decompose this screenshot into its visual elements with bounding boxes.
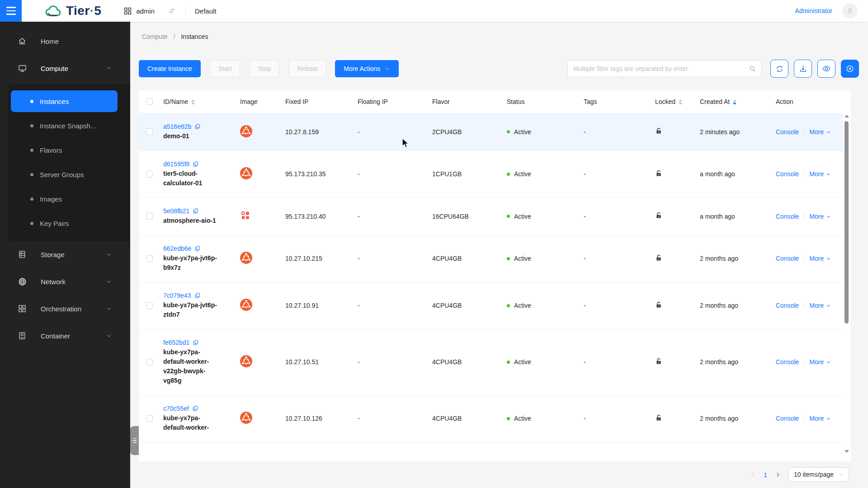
console-link[interactable]: Console (776, 415, 799, 422)
more-link[interactable]: More (809, 302, 824, 309)
refresh-button[interactable] (770, 60, 788, 78)
prev-page-icon[interactable] (750, 472, 756, 478)
instance-id-link[interactable]: a516e62b (163, 123, 191, 130)
scrollbar-thumb[interactable] (844, 121, 849, 324)
row-checkbox[interactable] (146, 415, 153, 422)
tags-cell: - (580, 329, 651, 395)
console-link[interactable]: Console (776, 170, 799, 178)
scroll-up-arrow-icon[interactable] (844, 115, 849, 117)
scroll-down-arrow-icon[interactable] (844, 450, 849, 453)
more-link[interactable]: More (809, 255, 824, 262)
instance-id-link[interactable]: 5e08fb21 (163, 207, 189, 215)
column-header-locked[interactable]: Locked (651, 90, 696, 113)
page-number[interactable]: 1 (764, 471, 767, 479)
row-checkbox[interactable] (146, 359, 153, 366)
visibility-button[interactable] (817, 60, 835, 78)
sidebar-item-instance-snapsh-[interactable]: Instance Snapsh… (11, 115, 118, 136)
console-link[interactable]: Console (776, 213, 799, 220)
more-link[interactable]: More (809, 170, 824, 178)
console-link[interactable]: Console (776, 358, 799, 366)
sidebar-item-container[interactable]: Container (0, 324, 130, 347)
next-page-icon[interactable] (775, 472, 781, 478)
sidebar-item-compute[interactable]: Compute (0, 57, 130, 80)
sort-carets-icon[interactable] (733, 99, 736, 105)
switch-project-icon[interactable] (167, 6, 176, 15)
copy-icon[interactable] (193, 161, 199, 167)
more-link[interactable]: More (809, 128, 824, 136)
console-link[interactable]: Console (776, 255, 799, 262)
more-actions-button[interactable]: More Actions (335, 60, 399, 77)
sidebar-item-orchestration[interactable]: Orchestration (0, 297, 130, 320)
column-header-image: Image (236, 90, 282, 113)
sidebar-item-server-groups[interactable]: Server Groups (11, 164, 118, 185)
auto-refresh-pause-button[interactable] (841, 60, 859, 78)
table-scrollbar[interactable] (844, 114, 849, 458)
sidebar-item-home[interactable]: Home (0, 30, 130, 52)
start-button[interactable]: Start (210, 60, 241, 77)
status-dot-icon (507, 361, 510, 364)
reboot-button[interactable]: Reboot (288, 60, 326, 77)
breadcrumb-compute[interactable]: Compute (142, 33, 168, 40)
menu-toggle-button[interactable] (0, 0, 22, 22)
project-switcher[interactable]: admin (124, 7, 155, 15)
brand-logo[interactable]: Tier·5 (44, 4, 101, 18)
action-divider (804, 129, 804, 135)
row-checkbox[interactable] (146, 171, 153, 178)
select-all-checkbox[interactable] (146, 98, 153, 105)
created-at-cell: 2 minutes ago (696, 113, 772, 150)
unlock-icon (655, 301, 662, 309)
copy-icon[interactable] (194, 245, 201, 252)
sidebar-item-instances[interactable]: Instances (11, 90, 118, 112)
filter-input[interactable] (568, 61, 761, 77)
avatar[interactable] (842, 3, 858, 19)
download-button[interactable] (794, 60, 812, 78)
sort-carets-icon[interactable] (191, 99, 195, 105)
table-header-row: ID/NameImageFixed IPFloating IPFlavorSta… (139, 90, 843, 113)
page-size-select[interactable]: 10 items/page (788, 467, 849, 482)
column-header-id-name[interactable]: ID/Name (160, 90, 236, 113)
status-dot-icon (507, 304, 510, 307)
column-label: Floating IP (358, 98, 388, 105)
sidebar-item-images[interactable]: Images (11, 188, 118, 210)
main-content: Compute / Instances Create Instance Star… (130, 22, 868, 488)
filter-input-wrap (567, 60, 762, 77)
row-checkbox[interactable] (146, 255, 153, 262)
console-link[interactable]: Console (776, 302, 799, 309)
stop-button[interactable]: Stop (249, 60, 279, 77)
console-link[interactable]: Console (776, 128, 799, 136)
create-instance-button[interactable]: Create Instance (139, 60, 201, 77)
copy-icon[interactable] (193, 208, 199, 214)
administrator-link[interactable]: Administrator (795, 7, 832, 14)
side-list-handle[interactable] (130, 426, 139, 455)
copy-icon[interactable] (194, 123, 201, 130)
row-checkbox[interactable] (146, 213, 153, 220)
row-checkbox[interactable] (146, 302, 153, 309)
copy-icon[interactable] (192, 405, 198, 412)
more-link[interactable]: More (809, 213, 824, 220)
sidebar-item-storage[interactable]: Storage (0, 243, 130, 266)
sidebar-item-network[interactable]: Network (0, 270, 130, 293)
more-link[interactable]: More (809, 358, 824, 366)
sidebar-item-key-pairs[interactable]: Key Pairs (11, 212, 118, 234)
more-link[interactable]: More (809, 415, 824, 422)
row-checkbox[interactable] (146, 128, 153, 135)
search-icon[interactable] (749, 65, 756, 75)
instance-id-link[interactable]: fe652bd1 (163, 339, 189, 346)
instance-id-link[interactable]: d61595f8 (163, 160, 189, 168)
floating-ip-cell: - (354, 282, 429, 329)
instance-id-link[interactable]: 7c079e43 (163, 292, 191, 299)
sort-carets-icon[interactable] (679, 99, 682, 105)
column-header-created-at[interactable]: Created At (696, 90, 772, 113)
sidebar-item-flavors[interactable]: Flavors (11, 139, 118, 161)
created-at-cell: a month ago (696, 197, 772, 235)
ubuntu-icon (240, 252, 252, 264)
instance-id-link[interactable]: 662edb6e (163, 245, 191, 252)
instance-id-link[interactable]: c70c55ef (163, 405, 189, 412)
copy-icon[interactable] (194, 292, 201, 299)
chevron-down-icon (826, 172, 831, 177)
compute-icon (17, 64, 27, 73)
bullet-icon (30, 149, 33, 152)
table-row: fe652bd1kube-yx7pa-default-worker-v22gb-… (139, 329, 843, 395)
sidebar-subitem-label: Instances (40, 98, 69, 105)
copy-icon[interactable] (193, 339, 199, 346)
